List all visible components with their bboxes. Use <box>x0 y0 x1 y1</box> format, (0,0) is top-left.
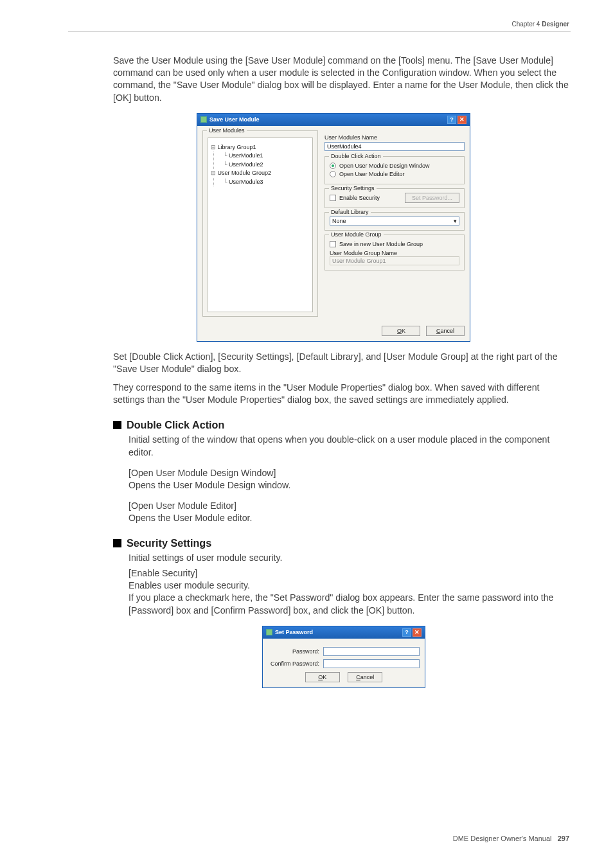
dca-radio-design[interactable]: Open User Module Design Window <box>330 163 459 169</box>
section-double-click-action: Double Click Action Initial setting of t… <box>113 419 571 524</box>
ok-button[interactable]: OK <box>305 672 340 682</box>
subhead-open-editor: [Open User Module Editor] <box>129 500 571 511</box>
help-button[interactable]: ? <box>402 628 411 637</box>
user-modules-legend: User Modules <box>207 127 247 134</box>
library-select[interactable]: None▾ <box>330 217 459 226</box>
tree-item: UserModule1 <box>223 152 310 161</box>
dialog-frame: Save User Module ? ✕ User Modules Librar… <box>197 113 470 342</box>
dialog-body: User Modules Library Group1 UserModule1 … <box>197 126 470 326</box>
umg-legend: User Module Group <box>329 231 384 238</box>
subtext: If you place a checkmark here, the "Set … <box>129 592 571 616</box>
confirm-password-input[interactable] <box>323 659 420 668</box>
ok-text: K <box>402 328 405 334</box>
subhead-enable-security: [Enable Security] <box>129 568 571 578</box>
chapter-header: Chapter 4 Designer <box>512 21 570 28</box>
dialog-titlebar: Set Password ? ✕ <box>263 626 425 639</box>
subtext: Opens the User Module Design window. <box>129 479 571 492</box>
bullet-square-icon <box>113 421 121 429</box>
module-name-input[interactable] <box>324 142 465 151</box>
dialog-body: Password: Confirm Password: OK Cancel <box>263 639 425 687</box>
set-password-dialog: Set Password ? ✕ Password: Confirm Passw… <box>262 626 425 688</box>
password-input[interactable] <box>323 647 420 656</box>
security-legend: Security Settings <box>329 185 377 191</box>
dialog-title: Set Password <box>275 629 313 635</box>
manual-name: DME Designer Owner's Manual <box>453 835 552 842</box>
bullet-square-icon <box>113 539 121 547</box>
section-desc: Initial settings of user module security… <box>129 552 571 564</box>
section-desc: Initial setting of the window that opens… <box>129 434 571 458</box>
default-library-group: Default Library None▾ <box>324 212 465 231</box>
ok-button[interactable]: OK <box>382 326 420 336</box>
tree-item: UserModule3 <box>223 178 310 187</box>
enable-security-checkbox[interactable]: Enable Security <box>330 195 380 201</box>
double-click-action-group: Double Click Action Open User Module Des… <box>324 156 465 184</box>
help-button[interactable]: ? <box>447 116 456 124</box>
library-legend: Default Library <box>329 209 371 215</box>
dialog-frame: Set Password ? ✕ Password: Confirm Passw… <box>262 626 425 688</box>
tree-group1: Library Group1 <box>211 143 310 152</box>
cancel-button[interactable]: Cancel <box>348 672 382 682</box>
subtext: Enables user module security. <box>129 580 571 592</box>
chapter-label: Chapter 4 <box>512 21 542 28</box>
chevron-down-icon: ▾ <box>454 218 457 224</box>
app-icon <box>266 629 272 635</box>
section-title: Security Settings <box>127 537 211 549</box>
user-modules-group: User Modules Library Group1 UserModule1 … <box>202 130 318 317</box>
page-number: 297 <box>558 835 569 842</box>
security-group: Security Settings Enable Security Set Pa… <box>324 188 465 208</box>
page-content: Save the User Module using the [Save Use… <box>113 55 571 697</box>
section-name: Designer <box>542 21 569 28</box>
set-password-button[interactable]: Set Password... <box>405 193 459 203</box>
subtext: Opens the User Module editor. <box>129 512 571 524</box>
dialog-footer: OK Cancel <box>197 326 470 341</box>
tree-view[interactable]: Library Group1 UserModule1 UserModule2 U… <box>208 137 313 312</box>
page-footer: DME Designer Owner's Manual 297 <box>453 835 569 842</box>
save-user-module-dialog: Save User Module ? ✕ User Modules Librar… <box>197 113 470 342</box>
section-security-settings: Security Settings Initial settings of us… <box>113 537 571 688</box>
password-label: Password: <box>268 648 319 655</box>
paragraph-2: Set [Double Click Action], [Security Set… <box>113 351 571 375</box>
paragraph-3: They correspond to the same items in the… <box>113 382 571 406</box>
dca-radio-editor[interactable]: Open User Module Editor <box>330 171 459 177</box>
subhead-open-design: [Open User Module Design Window] <box>129 468 571 478</box>
tree-group2: User Module Group2 <box>211 169 310 178</box>
header-rule <box>68 31 571 32</box>
intro-paragraph: Save the User Module using the [Save Use… <box>113 55 571 104</box>
dca-legend: Double Click Action <box>329 153 383 159</box>
umg-name-label: User Module Group Name <box>330 250 459 256</box>
tree-item: UserModule2 <box>223 161 310 170</box>
umg-name-input <box>330 256 459 265</box>
dialog-title: Save User Module <box>209 116 260 123</box>
dialog-titlebar: Save User Module ? ✕ <box>197 114 470 126</box>
app-icon <box>200 116 207 123</box>
confirm-password-label: Confirm Password: <box>268 660 319 667</box>
section-title: Double Click Action <box>127 419 224 431</box>
save-new-group-checkbox[interactable]: Save in new User Module Group <box>330 241 459 247</box>
name-label: User Modules Name <box>324 134 465 141</box>
close-button[interactable]: ✕ <box>458 116 466 124</box>
close-button[interactable]: ✕ <box>413 628 422 637</box>
user-module-group-group: User Module Group Save in new User Modul… <box>324 235 465 270</box>
cancel-button[interactable]: Cancel <box>426 326 465 336</box>
